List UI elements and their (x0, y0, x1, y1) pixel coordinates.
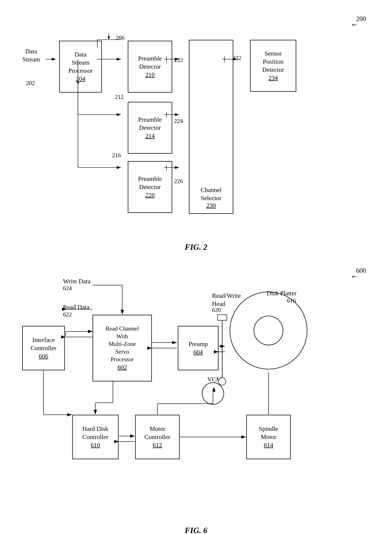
ref-206: 206 (116, 34, 125, 41)
ref-600: 600 (356, 267, 366, 274)
ref-202: 202 (26, 80, 35, 86)
fig2-diagram: 200 ↙ DataStream 202 DataStreamProcessor… (11, 11, 381, 252)
read-data-label: Read Data (63, 304, 89, 311)
rw-head-label: Read/WriteHead (212, 292, 241, 308)
ref-200: 200 (356, 15, 366, 23)
channel-selector-box: ChannelSelector 230 (189, 40, 233, 214)
ref-212: 212 (115, 93, 124, 100)
ref-224: 224 (174, 118, 183, 125)
preamble-detector-220-box: PreambleDetector 220 (128, 161, 172, 213)
preamble-detector-210-box: PreambleDetector 210 (128, 41, 172, 93)
svg-rect-22 (218, 315, 227, 320)
ref-222: 222 (174, 56, 183, 63)
fig6-label: FIG. 6 (11, 526, 381, 534)
data-stream-label: DataStream (22, 47, 40, 64)
preamble-detector-214-box: PreambleDetector 214 (128, 102, 172, 154)
svg-point-23 (219, 378, 226, 385)
ref-616: 616 (287, 297, 296, 304)
disk-platter-inner (254, 316, 283, 345)
fig6-diagram: 600 ↙ Write Data 624 Read Data 622 Inter… (11, 263, 381, 534)
disk-platter-label: Disk Platter (267, 290, 296, 297)
ref-624: 624 (63, 285, 72, 292)
spindle-motor-box: SpindleMotor 614 (246, 415, 291, 459)
hard-disk-controller-box: Hard DiskController 610 (72, 415, 118, 459)
sensor-position-detector-box: SensorPositionDetector 234 (250, 40, 296, 92)
ref-226: 226 (174, 178, 183, 185)
fig2-label: FIG. 2 (11, 242, 381, 252)
ref-216: 216 (112, 152, 121, 159)
read-channel-box: Read ChannelWithMulti-ZoneServoProcessor… (93, 315, 152, 381)
motor-controller-box: MotorController 612 (135, 415, 180, 459)
page: 200 ↙ DataStream 202 DataStreamProcessor… (0, 0, 392, 534)
ref-232: 232 (232, 55, 241, 61)
data-stream-processor-box: DataStreamProcessor 204 (59, 41, 102, 93)
ref-622: 622 (63, 311, 72, 318)
interface-controller-box: InterfaceController 606 (22, 326, 65, 370)
rw-arm-svg (207, 309, 244, 391)
write-data-label: Write Data (63, 278, 91, 285)
